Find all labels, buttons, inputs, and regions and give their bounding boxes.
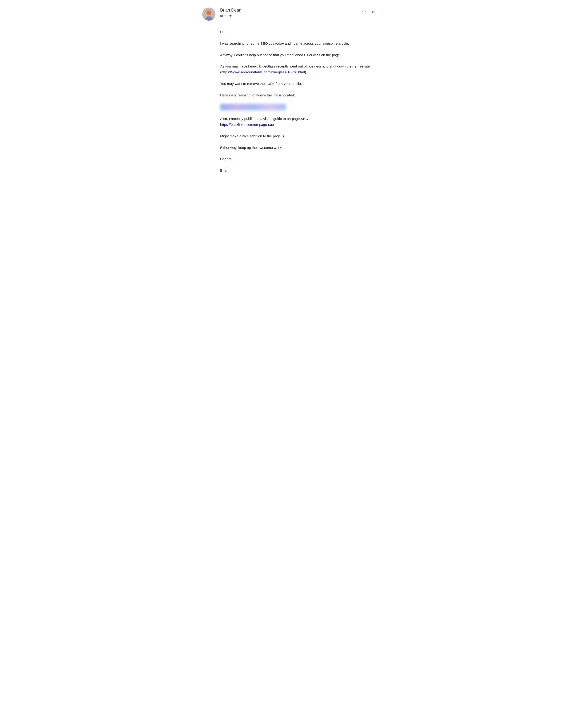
header-actions: ☆ ↩ ⋮	[361, 7, 386, 14]
backlinko-link[interactable]: https://backlinko.com/on-page-seo	[220, 123, 274, 127]
signature-name: Brian	[220, 168, 386, 174]
paragraph-6: Also, I recently published a visual guid…	[220, 116, 386, 128]
paragraph-3: As you may have heard, BlueGlass recentl…	[220, 64, 386, 75]
paragraph-7: Might make a nice addition to the page :…	[220, 133, 386, 139]
sender-info: Brian Dean to me	[220, 7, 241, 18]
paragraph-4: You may want to remove their URL from yo…	[220, 81, 386, 87]
avatar	[202, 7, 215, 21]
star-icon[interactable]: ☆	[361, 9, 367, 14]
seoroundtable-link[interactable]: https://www.seoroundtable.com/blueglass-…	[221, 70, 305, 74]
more-options-icon[interactable]: ⋮	[380, 9, 386, 14]
paragraph-5: Here's a screenshot of where the link is…	[220, 93, 386, 98]
sender-to[interactable]: to me	[220, 14, 241, 18]
to-label: to me	[220, 14, 229, 18]
greeting: Hi,	[220, 29, 386, 35]
paragraph-1: I was searching for some SEO tips today …	[220, 41, 386, 46]
sender-section: Brian Dean to me	[202, 7, 241, 21]
email-signature: Cheers, Brian	[220, 156, 386, 174]
paragraph-3-after: ).	[305, 70, 307, 74]
svg-point-3	[207, 10, 211, 15]
paragraph-8: Either way, keep up the awesome work!	[220, 145, 386, 151]
signature-cheers: Cheers,	[220, 156, 386, 162]
paragraph-6-before: Also, I recently published a visual guid…	[220, 117, 309, 121]
paragraph-2: Anyway, I couldn't help but notice that …	[220, 52, 386, 58]
blurred-url-screenshot	[220, 104, 286, 110]
sender-name: Brian Dean	[220, 7, 241, 13]
reply-icon[interactable]: ↩	[371, 9, 376, 14]
chevron-down-icon	[229, 15, 232, 17]
email-header: Brian Dean to me ☆ ↩ ⋮	[202, 7, 386, 21]
email-body: Hi, I was searching for some SEO tips to…	[202, 29, 386, 174]
email-container: Brian Dean to me ☆ ↩ ⋮ Hi, I was searchi…	[193, 0, 395, 188]
